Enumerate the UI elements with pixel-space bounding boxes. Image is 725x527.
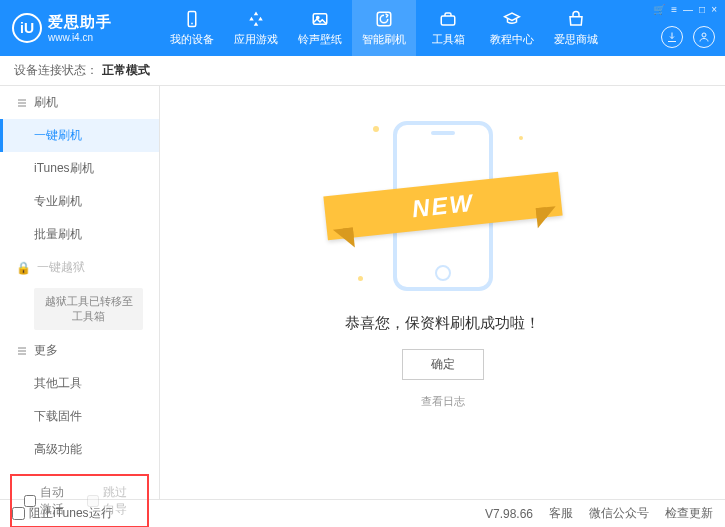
download-icon[interactable]	[661, 26, 683, 48]
graduation-icon	[502, 9, 522, 29]
sidebar-group-jailbreak: 🔒 一键越狱	[0, 251, 159, 284]
nav-apps[interactable]: 应用游戏	[224, 0, 288, 56]
user-icon[interactable]	[693, 26, 715, 48]
nav-label: 智能刷机	[362, 32, 406, 47]
sidebar-item-pro[interactable]: 专业刷机	[0, 185, 159, 218]
svg-rect-4	[377, 12, 391, 26]
app-subtitle: www.i4.cn	[48, 32, 112, 43]
nav-my-device[interactable]: 我的设备	[160, 0, 224, 56]
logo-icon: iU	[12, 13, 42, 43]
cart-icon[interactable]: 🛒	[653, 4, 665, 15]
maximize-icon[interactable]: □	[699, 4, 705, 15]
success-illustration: NEW	[343, 116, 543, 296]
nav-label: 工具箱	[432, 32, 465, 47]
sidebar-item-batch[interactable]: 批量刷机	[0, 218, 159, 251]
nav-ringtones[interactable]: 铃声壁纸	[288, 0, 352, 56]
close-icon[interactable]: ×	[711, 4, 717, 15]
nav-label: 爱思商城	[554, 32, 598, 47]
sidebar-item-itunes[interactable]: iTunes刷机	[0, 152, 159, 185]
support-link[interactable]: 客服	[549, 505, 573, 522]
logo-area: iU 爱思助手 www.i4.cn	[0, 13, 160, 43]
status-label: 设备连接状态：	[14, 62, 98, 79]
nav-smart-flash[interactable]: 智能刷机	[352, 0, 416, 56]
sidebar-group-flash[interactable]: 刷机	[0, 86, 159, 119]
minimize-icon[interactable]: —	[683, 4, 693, 15]
success-message: 恭喜您，保资料刷机成功啦！	[345, 314, 540, 333]
update-link[interactable]: 检查更新	[665, 505, 713, 522]
nav-label: 我的设备	[170, 32, 214, 47]
list-icon	[16, 97, 28, 109]
status-value: 正常模式	[102, 62, 150, 79]
menu-icon[interactable]: ≡	[671, 4, 677, 15]
nav-tutorials[interactable]: 教程中心	[480, 0, 544, 56]
ok-button[interactable]: 确定	[402, 349, 484, 380]
sidebar-jailbreak-note[interactable]: 越狱工具已转移至工具箱	[34, 288, 143, 330]
sidebar-item-firmware[interactable]: 下载固件	[0, 400, 159, 433]
version-label: V7.98.66	[485, 507, 533, 521]
view-log-link[interactable]: 查看日志	[421, 394, 465, 409]
nav-label: 应用游戏	[234, 32, 278, 47]
wechat-link[interactable]: 微信公众号	[589, 505, 649, 522]
refresh-icon	[374, 9, 394, 29]
list-icon	[16, 345, 28, 357]
svg-rect-5	[441, 16, 455, 25]
skip-guide-checkbox[interactable]: 跳过向导	[87, 484, 136, 518]
nav-toolbox[interactable]: 工具箱	[416, 0, 480, 56]
store-icon	[566, 9, 586, 29]
sidebar-group-more[interactable]: 更多	[0, 334, 159, 367]
svg-point-6	[702, 33, 706, 37]
lock-icon: 🔒	[16, 261, 31, 275]
nav-store[interactable]: 爱思商城	[544, 0, 608, 56]
sidebar-item-other[interactable]: 其他工具	[0, 367, 159, 400]
sidebar-item-advanced[interactable]: 高级功能	[0, 433, 159, 466]
toolbox-icon	[438, 9, 458, 29]
sidebar-item-onekey[interactable]: 一键刷机	[0, 119, 159, 152]
app-title: 爱思助手	[48, 13, 112, 32]
nav-label: 铃声壁纸	[298, 32, 342, 47]
image-icon	[310, 9, 330, 29]
nav-label: 教程中心	[490, 32, 534, 47]
phone-icon	[182, 9, 202, 29]
apps-icon	[246, 9, 266, 29]
